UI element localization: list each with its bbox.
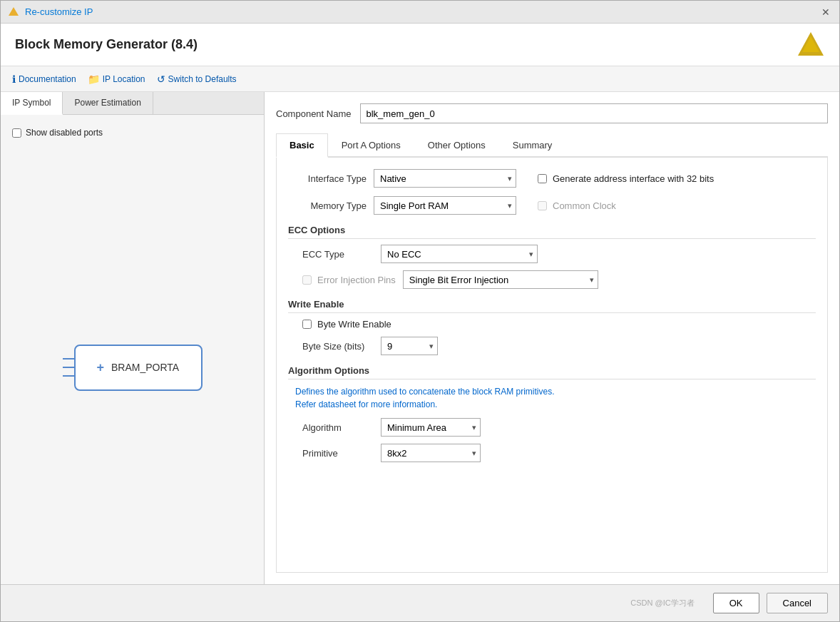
port-line-1 (63, 358, 74, 360)
left-tabs: IP Symbol Power Estimation (1, 92, 264, 115)
defaults-button[interactable]: ↺ Switch to Defaults (157, 73, 237, 85)
tab-other-options[interactable]: Other Options (414, 133, 499, 158)
documentation-button[interactable]: ℹ Documentation (12, 73, 76, 85)
error-injection-row: Error Injection Pins Single Bit Error In… (302, 270, 816, 289)
ecc-type-select-wrapper: No ECC Hamming ECC SECDED ECC (381, 245, 538, 263)
generate-address-label: Generate address interface with 32 bits (553, 173, 714, 184)
tabs-bar: Basic Port A Options Other Options Summa… (276, 133, 828, 158)
algorithm-label: Algorithm (302, 422, 374, 433)
error-injection-checkbox[interactable] (302, 275, 312, 285)
algorithm-description: Defines the algorithm used to concatenat… (295, 385, 816, 411)
algorithm-row: Algorithm Minimum Area Low Power Fixed P… (302, 418, 816, 437)
port-line-2 (63, 367, 74, 368)
ecc-section-header: ECC Options (288, 225, 816, 239)
symbol-area: + BRAM_PORTA (1, 151, 264, 584)
tab-summary[interactable]: Summary (499, 133, 566, 158)
primitive-select-wrapper: 8kx2 16kx2 32kx2 (381, 444, 481, 462)
byte-size-label: Byte Size (bits) (302, 341, 374, 352)
memory-type-select[interactable]: Single Port RAM Simple Dual Port RAM Tru… (374, 196, 516, 215)
left-panel: IP Symbol Power Estimation Show disabled… (1, 92, 265, 584)
interface-type-row: Interface Type Native AXI4 Generate addr… (288, 169, 816, 188)
documentation-label: Documentation (19, 74, 76, 84)
memory-type-row: Memory Type Single Port RAM Simple Dual … (288, 196, 816, 215)
byte-size-select[interactable]: 8 9 (381, 337, 438, 355)
memory-type-select-wrapper: Single Port RAM Simple Dual Port RAM Tru… (374, 196, 516, 215)
window-title: Re-customize IP (25, 6, 93, 17)
main-content: IP Symbol Power Estimation Show disabled… (1, 92, 839, 584)
generate-address-checkbox[interactable] (538, 174, 547, 183)
common-clock-label: Common Clock (553, 200, 616, 211)
bram-label: BRAM_PORTA (111, 362, 179, 373)
page-title: Block Memory Generator (8.4) (15, 37, 198, 52)
header: Block Memory Generator (8.4) (1, 24, 839, 66)
tab-ip-symbol[interactable]: IP Symbol (1, 92, 63, 115)
right-panel: Component Name Basic Port A Options Othe… (265, 92, 839, 584)
watermark: CSDN @IC学习者 (630, 598, 694, 608)
bram-symbol: + BRAM_PORTA (74, 345, 203, 391)
byte-write-label: Byte Write Enable (317, 319, 391, 330)
component-name-label: Component Name (276, 108, 352, 119)
location-label: IP Location (103, 74, 145, 84)
folder-icon: 📁 (88, 73, 100, 85)
byte-size-select-wrapper: 8 9 (381, 337, 438, 355)
show-disabled-row: Show disabled ports (12, 128, 252, 138)
app-icon (8, 6, 19, 18)
algorithm-options: Defines the algorithm used to concatenat… (295, 385, 816, 462)
ecc-type-label: ECC Type (302, 249, 374, 260)
interface-type-select-wrapper: Native AXI4 (374, 169, 516, 188)
ecc-options: ECC Type No ECC Hamming ECC SECDED ECC (295, 245, 816, 289)
memory-type-label: Memory Type (288, 200, 367, 211)
interface-type-select[interactable]: Native AXI4 (374, 169, 516, 188)
ok-button[interactable]: OK (713, 593, 759, 613)
byte-write-row: Byte Write Enable (302, 319, 816, 330)
primitive-label: Primitive (302, 448, 374, 459)
ecc-type-row: ECC Type No ECC Hamming ECC SECDED ECC (302, 245, 816, 263)
show-disabled-label: Show disabled ports (26, 128, 103, 138)
tab-power-estimation[interactable]: Power Estimation (63, 92, 153, 114)
title-bar-left: Re-customize IP (8, 6, 93, 18)
cancel-button[interactable]: Cancel (767, 593, 828, 613)
tab-content-basic: Interface Type Native AXI4 Generate addr… (276, 158, 828, 573)
refresh-icon: ↺ (157, 73, 165, 85)
ecc-type-select[interactable]: No ECC Hamming ECC SECDED ECC (381, 245, 538, 263)
byte-write-checkbox[interactable] (302, 320, 312, 329)
algorithm-select-wrapper: Minimum Area Low Power Fixed Primitives (381, 418, 481, 437)
error-injection-select-wrapper: Single Bit Error Injection Double Bit Er… (403, 270, 598, 289)
primitive-row: Primitive 8kx2 16kx2 32kx2 (302, 444, 816, 462)
common-clock-checkbox[interactable] (538, 201, 547, 210)
port-line-3 (63, 375, 74, 377)
write-enable-section-header: Write Enable (288, 299, 816, 313)
interface-type-label: Interface Type (288, 173, 367, 184)
write-enable-options: Byte Write Enable Byte Size (bits) 8 9 (295, 319, 816, 355)
defaults-label: Switch to Defaults (168, 74, 237, 84)
algorithm-section-header: Algorithm Options (288, 365, 816, 379)
title-bar: Re-customize IP ✕ (1, 1, 839, 24)
info-icon: ℹ (12, 73, 16, 85)
component-name-row: Component Name (276, 103, 828, 123)
primitive-select[interactable]: 8kx2 16kx2 32kx2 (381, 444, 481, 462)
left-tab-content: Show disabled ports (1, 115, 264, 151)
main-window: Re-customize IP ✕ Block Memory Generator… (0, 0, 840, 622)
footer: CSDN @IC学习者 OK Cancel (1, 584, 839, 621)
tab-port-a[interactable]: Port A Options (328, 133, 414, 158)
vivado-logo (797, 31, 825, 59)
svg-marker-0 (9, 7, 19, 16)
tab-basic[interactable]: Basic (276, 133, 328, 158)
toolbar: ℹ Documentation 📁 IP Location ↺ Switch t… (1, 66, 839, 92)
algorithm-select[interactable]: Minimum Area Low Power Fixed Primitives (381, 418, 481, 437)
close-button[interactable]: ✕ (819, 6, 832, 19)
title-text-part1: Re-customize IP (25, 6, 93, 17)
error-injection-label: Error Injection Pins (317, 275, 396, 285)
component-name-input[interactable] (360, 103, 829, 123)
byte-size-row: Byte Size (bits) 8 9 (302, 337, 816, 355)
error-injection-select[interactable]: Single Bit Error Injection Double Bit Er… (403, 270, 598, 289)
location-button[interactable]: 📁 IP Location (88, 73, 145, 85)
bram-ports (63, 358, 74, 377)
show-disabled-checkbox[interactable] (12, 128, 21, 138)
bram-plus-icon: + (97, 360, 105, 375)
